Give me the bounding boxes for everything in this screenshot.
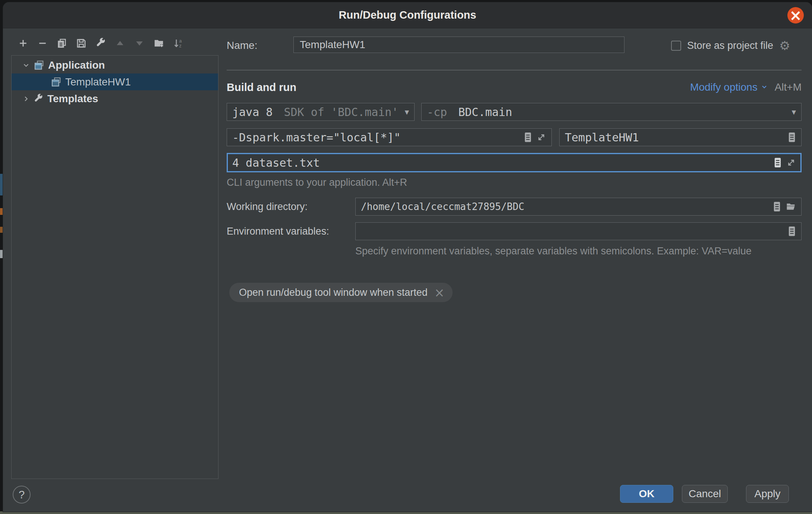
separator <box>227 70 802 70</box>
desktop-edge <box>0 511 812 514</box>
application-icon <box>50 76 62 88</box>
close-button[interactable]: × <box>787 7 804 23</box>
cancel-button[interactable]: Cancel <box>682 485 728 503</box>
svg-text:a: a <box>179 38 182 44</box>
wrench-icon <box>95 38 106 49</box>
jre-hint: SDK of 'BDC.main' <box>277 106 398 119</box>
store-as-project-file: Store as project file ⚙ <box>671 37 790 54</box>
chevron-down-icon[interactable] <box>21 61 32 69</box>
vm-options-field[interactable]: -Dspark.master="local[*]" <box>227 128 552 146</box>
modify-options-shortcut: Alt+M <box>775 81 802 93</box>
dropdown-arrow-icon: ▾ <box>405 108 409 116</box>
environment-variables-field[interactable] <box>355 222 802 240</box>
folder-add-icon <box>153 38 164 49</box>
open-tool-window-tag-label: Open run/debug tool window when started <box>239 287 428 298</box>
add-configuration-button[interactable] <box>13 34 33 52</box>
help-button[interactable]: ? <box>13 486 31 504</box>
sort-az-icon: az <box>173 38 184 49</box>
insert-macros-icon[interactable] <box>788 226 796 236</box>
edit-templates-button[interactable] <box>91 34 110 52</box>
program-arguments-hint: CLI arguments to your application. Alt+R <box>227 177 407 188</box>
insert-macros-icon[interactable] <box>788 132 796 142</box>
insert-macros-icon[interactable] <box>773 201 781 212</box>
chevron-down-icon <box>761 81 768 93</box>
program-arguments-field[interactable]: 4 dataset.txt <box>227 153 802 172</box>
new-folder-button[interactable] <box>149 34 169 52</box>
wrench-icon <box>33 94 44 104</box>
copy-icon <box>56 38 67 49</box>
arrow-up-icon <box>114 38 126 49</box>
working-directory-field[interactable]: /home/local/ceccmat27895/BDC <box>355 198 802 216</box>
store-as-project-file-label[interactable]: Store as project file <box>687 40 773 51</box>
move-down-button[interactable] <box>130 34 149 52</box>
plus-icon <box>18 38 29 49</box>
background-artifact <box>0 227 3 233</box>
dialog-titlebar: Run/Debug Configurations × <box>3 2 812 28</box>
ok-button[interactable]: OK <box>620 485 673 503</box>
browse-folder-icon[interactable] <box>786 201 796 212</box>
copy-configuration-button[interactable] <box>52 34 72 52</box>
save-icon <box>76 38 87 49</box>
name-row: Name: <box>227 37 257 54</box>
working-directory-label: Working directory: <box>227 201 308 213</box>
jre-value: java 8 <box>232 106 273 119</box>
chevron-right-icon[interactable] <box>21 95 32 103</box>
run-debug-configurations-dialog: Run/Debug Configurations × <box>3 2 812 512</box>
insert-macros-icon[interactable] <box>524 132 532 142</box>
classpath-prefix: -cp <box>427 106 454 119</box>
program-arguments-value: 4 dataset.txt <box>232 156 320 169</box>
open-tool-window-tag[interactable]: Open run/debug tool window when started … <box>229 283 453 302</box>
close-icon: × <box>789 8 802 23</box>
jre-combobox[interactable]: java 8 SDK of 'BDC.main' ▾ <box>227 103 415 121</box>
minus-icon <box>37 38 48 49</box>
name-label: Name: <box>227 40 257 51</box>
background-artifact <box>0 174 3 195</box>
expand-field-icon[interactable] <box>786 158 796 167</box>
background-artifact <box>0 208 3 215</box>
tree-item-label: Application <box>48 59 105 71</box>
background-artifact <box>0 250 3 258</box>
remove-configuration-button[interactable] <box>33 34 52 52</box>
configurations-toolbar: az <box>13 34 188 53</box>
tree-item-label: TemplateHW1 <box>65 76 131 88</box>
dropdown-arrow-icon: ▾ <box>791 108 796 116</box>
main-class-field[interactable]: TemplateHW1 <box>559 128 802 146</box>
classpath-combobox[interactable]: -cp BDC.main ▾ <box>421 103 802 121</box>
save-configuration-button[interactable] <box>72 34 91 52</box>
configurations-tree: Application TemplateHW1 Templates <box>11 55 218 479</box>
modify-options-link[interactable]: Modify options <box>690 81 768 93</box>
vm-options-value: -Dspark.master="local[*]" <box>232 131 401 144</box>
environment-variables-hint: Specify environment variables, separate … <box>355 245 752 257</box>
dialog-title: Run/Debug Configurations <box>3 2 812 28</box>
apply-button[interactable]: Apply <box>746 485 789 503</box>
environment-variables-label-wrap: Environment variables: <box>227 222 329 240</box>
section-title: Build and run <box>227 81 296 94</box>
remove-tag-icon[interactable]: × <box>434 286 445 299</box>
sort-configurations-button[interactable]: az <box>169 34 188 52</box>
expand-field-icon[interactable] <box>536 132 546 142</box>
arrow-down-icon <box>134 38 145 49</box>
question-mark-icon: ? <box>19 489 25 501</box>
svg-text:z: z <box>179 43 182 48</box>
environment-variables-label: Environment variables: <box>227 226 329 237</box>
main-class-value: TemplateHW1 <box>565 131 639 144</box>
move-up-button[interactable] <box>110 34 130 52</box>
tree-item-application[interactable]: Application <box>12 57 218 73</box>
build-and-run-header: Build and run Modify options Alt+M <box>227 79 802 95</box>
store-as-project-file-checkbox[interactable] <box>671 41 681 51</box>
working-directory-label-wrap: Working directory: <box>227 198 308 216</box>
working-directory-value: /home/local/ceccmat27895/BDC <box>361 201 524 212</box>
name-input[interactable] <box>293 37 624 53</box>
gear-icon[interactable]: ⚙ <box>779 40 790 52</box>
application-icon <box>33 60 44 71</box>
insert-macros-icon[interactable] <box>774 157 782 168</box>
tree-item-label: Templates <box>47 93 98 105</box>
tree-item-templatehw1[interactable]: TemplateHW1 <box>12 73 218 90</box>
classpath-value: BDC.main <box>458 106 512 119</box>
tree-item-templates[interactable]: Templates <box>12 90 218 107</box>
